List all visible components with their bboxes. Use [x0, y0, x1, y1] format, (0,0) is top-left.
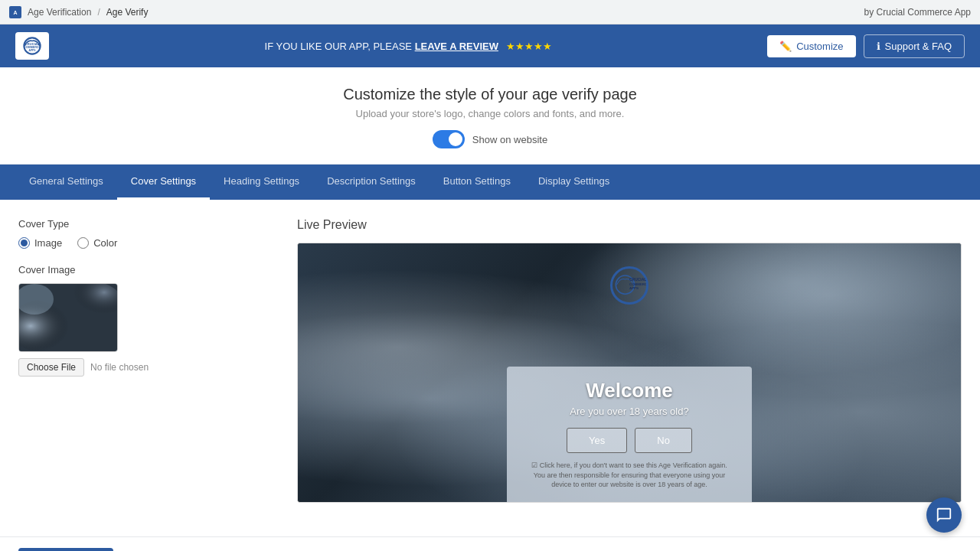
- radio-color-label: Color: [93, 237, 117, 249]
- breadcrumb-current: Age Verify: [106, 7, 149, 18]
- preview-panel: Live Preview CRUCIAL COMMERCE APPS: [297, 218, 962, 518]
- main-content: Cover Type Image Color Cover Image: [0, 200, 980, 536]
- cover-image-preview: [18, 283, 118, 352]
- svg-text:A: A: [13, 10, 17, 15]
- logo-icon: CRUCIAL COMMERCE APPS: [15, 32, 49, 60]
- svg-text:COMMERCE: COMMERCE: [629, 282, 646, 285]
- header-actions: ✏️ Customize ℹ Support & FAQ: [767, 34, 965, 58]
- preview-yes-button[interactable]: Yes: [567, 428, 627, 453]
- preview-logo-area: CRUCIAL COMMERCE APPS: [610, 266, 648, 305]
- show-on-website-toggle[interactable]: [433, 130, 465, 148]
- radio-image-option[interactable]: Image: [18, 237, 62, 249]
- cover-image-label: Cover Image: [18, 264, 279, 276]
- tab-display[interactable]: Display Settings: [524, 165, 623, 200]
- preview-logo-circle: CRUCIAL COMMERCE APPS: [610, 266, 648, 305]
- tab-heading[interactable]: Heading Settings: [210, 165, 313, 200]
- tab-general[interactable]: General Settings: [15, 165, 117, 200]
- chat-icon: [936, 507, 952, 523]
- customize-button[interactable]: ✏️ Customize: [767, 35, 855, 57]
- pencil-icon: ✏️: [779, 41, 792, 52]
- file-input-row: Choose File No file chosen: [18, 358, 279, 377]
- support-button[interactable]: ℹ Support & FAQ: [864, 34, 965, 58]
- radio-image-label: Image: [34, 237, 62, 249]
- save-settings-button[interactable]: Save Settings: [18, 548, 113, 551]
- preview-logo: CRUCIAL COMMERCE APPS: [610, 266, 648, 305]
- cover-type-group: Cover Type Image Color: [18, 218, 279, 249]
- app-logo: CRUCIAL COMMERCE APPS: [15, 32, 49, 60]
- preview-welcome-text: Welcome: [519, 379, 740, 403]
- page-title: Customize the style of your age verify p…: [15, 86, 965, 103]
- breadcrumb-app: Age Verification: [28, 7, 91, 18]
- chat-bubble-button[interactable]: [926, 497, 962, 533]
- breadcrumb-separator: /: [97, 7, 100, 18]
- tab-button[interactable]: Button Settings: [430, 165, 524, 200]
- preview-no-button[interactable]: No: [635, 428, 692, 453]
- page-subtitle: Upload your store's logo, change colors …: [15, 108, 965, 119]
- header-stars: ★★★★★: [506, 41, 552, 52]
- preview-title: Live Preview: [297, 218, 962, 232]
- header-promo: IF YOU LIKE OUR APP, PLEASE LEAVE A REVI…: [49, 41, 767, 52]
- svg-text:APPS: APPS: [29, 49, 37, 52]
- save-bar: Save Settings: [0, 536, 980, 551]
- page-header: Customize the style of your age verify p…: [0, 67, 980, 165]
- app-header: CRUCIAL COMMERCE APPS IF YOU LIKE OUR AP…: [0, 24, 980, 67]
- svg-text:CRUCIAL: CRUCIAL: [629, 278, 646, 282]
- toggle-label: Show on website: [472, 134, 547, 145]
- tab-cover[interactable]: Cover Settings: [117, 165, 210, 200]
- choose-file-button[interactable]: Choose File: [18, 358, 84, 377]
- preview-buttons: Yes No: [519, 428, 740, 453]
- info-icon: ℹ: [877, 41, 880, 52]
- svg-text:CRUCIAL: CRUCIAL: [25, 42, 40, 46]
- svg-text:APPS: APPS: [629, 286, 639, 290]
- leave-review-link[interactable]: LEAVE A REVIEW: [415, 41, 498, 52]
- by-label: by Crucial Commerce App: [864, 7, 971, 18]
- cover-type-radio-group: Image Color: [18, 237, 279, 249]
- preview-disclaimer: ☑ Click here, if you don't want to see t…: [519, 461, 740, 490]
- radio-color-option[interactable]: Color: [77, 237, 117, 249]
- preview-modal: Welcome Are you over 18 years old? Yes N…: [507, 367, 752, 502]
- browser-bar: A Age Verification / Age Verify by Cruci…: [0, 0, 980, 24]
- radio-color[interactable]: [77, 237, 89, 249]
- settings-panel: Cover Type Image Color Cover Image: [18, 218, 279, 518]
- toggle-row: Show on website: [15, 130, 965, 148]
- favicon-icon: A: [9, 6, 21, 18]
- nav-tabs: General Settings Cover Settings Heading …: [0, 165, 980, 200]
- preview-container: CRUCIAL COMMERCE APPS Welcome Are you ov…: [297, 243, 962, 503]
- cover-image-group: Cover Image: [18, 264, 279, 377]
- preview-subtitle-text: Are you over 18 years old?: [519, 406, 740, 417]
- tab-description[interactable]: Description Settings: [313, 165, 430, 200]
- no-file-label: No file chosen: [90, 362, 149, 373]
- radio-image[interactable]: [18, 237, 30, 249]
- cover-type-label: Cover Type: [18, 218, 279, 230]
